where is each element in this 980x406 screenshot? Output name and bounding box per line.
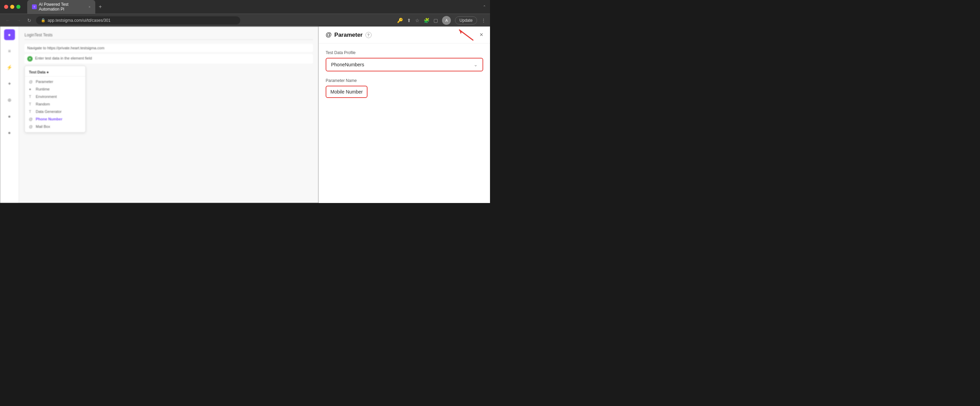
browser-actions: 🔑 ⬆ ☆ 🧩 ▢ A Update ⋮ (397, 16, 486, 25)
sidebar-icon-nav3[interactable]: ✦ (4, 78, 15, 89)
step-1-text: Navigate to https://private.heart.testsi… (27, 46, 105, 50)
right-body: Test Data Profile PhoneNumbers ⌄ Paramet… (319, 43, 490, 203)
right-header: @ Parameter ? × (319, 27, 490, 43)
parameter-name-field: Mobile Number (326, 86, 368, 98)
parameter-icon: @ (29, 79, 34, 84)
traffic-lights (4, 5, 21, 9)
menu-item-data-generator[interactable]: T Data Generator (25, 108, 86, 115)
left-sidebar: ● ≡ ⚡ ✦ ⊕ ● ● (0, 27, 19, 203)
parameter-name-label: Parameter Name (326, 78, 483, 83)
reload-button[interactable]: ↻ (26, 16, 33, 24)
right-title: @ Parameter ? (326, 31, 372, 38)
sidebar-icon-home[interactable]: ● (4, 29, 15, 40)
random-icon: T (29, 102, 34, 106)
menu-item-label: Random (36, 102, 50, 106)
menu-item-label: Runtime (36, 87, 50, 91)
menu-item-random[interactable]: T Random (25, 100, 86, 108)
lock-icon: 🔒 (41, 18, 46, 22)
test-data-dropdown[interactable]: Test Data ● @ Parameter ● Runtime T Envi… (24, 66, 86, 133)
environment-icon: T (29, 95, 34, 98)
test-data-profile-value: PhoneNumbers (331, 62, 364, 67)
browser-chrome: T AI Powered Test Automation Pl × + ⌃ (0, 0, 490, 14)
step-1: Navigate to https://private.heart.testsi… (24, 44, 313, 52)
split-view-icon[interactable]: ▢ (434, 18, 438, 23)
test-data-profile-select[interactable]: PhoneNumbers ⌄ (326, 58, 483, 71)
menu-item-parameter[interactable]: @ Parameter (25, 78, 86, 86)
menu-header-text: Test Data ● (29, 70, 49, 74)
url-text: app.testsigma.com/ui/td/cases/301 (48, 18, 111, 23)
sidebar-icon-nav5[interactable]: ● (4, 111, 15, 122)
bookmark-icon[interactable]: ☆ (415, 18, 420, 23)
right-panel: @ Parameter ? × Test Data Profile PhoneN… (318, 27, 490, 203)
right-panel-header-wrapper: @ Parameter ? × (319, 27, 490, 43)
test-data-profile-label: Test Data Profile (326, 50, 483, 55)
runtime-icon: ● (29, 87, 34, 91)
chevron-down-icon: ⌄ (474, 62, 478, 67)
sidebar-icon-nav6[interactable]: ● (4, 127, 15, 138)
address-bar: ← → ↻ 🔒 app.testsigma.com/ui/td/cases/30… (0, 14, 490, 27)
at-symbol: @ (326, 31, 332, 38)
update-button[interactable]: Update (455, 16, 477, 24)
mailbox-icon: @ (29, 124, 34, 128)
tab-close-button[interactable]: × (89, 5, 91, 9)
close-button[interactable]: × (479, 31, 483, 38)
step-2: ● Enter test data in the element field (24, 54, 313, 63)
phone-icon: @ (29, 117, 34, 121)
tab-bar: T AI Powered Test Automation Pl × + (27, 0, 480, 14)
menu-item-phone-number[interactable]: @ Phone Number (25, 115, 86, 123)
url-bar[interactable]: 🔒 app.testsigma.com/ui/td/cases/301 (36, 16, 240, 24)
minimize-traffic-light[interactable] (10, 5, 14, 9)
left-content: LoginTest Tests Navigate to https://priv… (19, 27, 318, 203)
menu-item-environment[interactable]: T Environment (25, 93, 86, 100)
tab-favicon: T (32, 5, 37, 9)
breadcrumb: LoginTest Tests (24, 33, 53, 37)
forward-button[interactable]: → (15, 16, 22, 24)
menu-item-label: Parameter (36, 79, 53, 84)
menu-item-runtime[interactable]: ● Runtime (25, 86, 86, 93)
help-icon[interactable]: ? (366, 32, 372, 38)
sidebar-icon-nav2[interactable]: ⚡ (4, 62, 15, 73)
menu-item-label: Mail Box (36, 124, 50, 128)
step-badge: ● (27, 56, 33, 62)
close-traffic-light[interactable] (4, 5, 8, 9)
tab-title: AI Powered Test Automation Pl (39, 2, 84, 11)
parameter-name-section: Parameter Name Mobile Number (326, 78, 483, 98)
top-bar: LoginTest Tests (24, 31, 313, 40)
menu-item-label: Data Generator (36, 109, 62, 114)
menu-item-label: Phone Number (36, 117, 62, 121)
key-icon: 🔑 (397, 18, 403, 23)
menu-item-label: Environment (36, 95, 57, 98)
more-menu-icon[interactable]: ⋮ (481, 18, 486, 23)
step-2-text: Enter test data in the element field (35, 56, 92, 60)
main-layout: ● ≡ ⚡ ✦ ⊕ ● ● LoginTest Tests Navigate t… (0, 27, 490, 203)
back-button[interactable]: ← (4, 16, 11, 24)
data-generator-icon: T (29, 109, 34, 114)
menu-header: Test Data ● (25, 68, 86, 76)
extensions-icon[interactable]: 🧩 (424, 18, 430, 23)
sidebar-icon-nav1[interactable]: ≡ (4, 46, 15, 56)
active-tab[interactable]: T AI Powered Test Automation Pl × (27, 0, 95, 14)
maximize-traffic-light[interactable] (16, 5, 21, 9)
left-panel: ● ≡ ⚡ ✦ ⊕ ● ● LoginTest Tests Navigate t… (0, 27, 318, 203)
test-data-profile-select-wrapper: PhoneNumbers ⌄ (326, 58, 483, 71)
new-tab-button[interactable]: + (97, 2, 104, 11)
avatar[interactable]: A (442, 16, 451, 25)
share-icon[interactable]: ⬆ (407, 18, 411, 23)
menu-item-mailbox[interactable]: @ Mail Box (25, 123, 86, 130)
window-controls: ⌃ (483, 5, 486, 9)
sidebar-icon-nav4[interactable]: ⊕ (4, 95, 15, 105)
panel-title: Parameter (334, 32, 363, 38)
